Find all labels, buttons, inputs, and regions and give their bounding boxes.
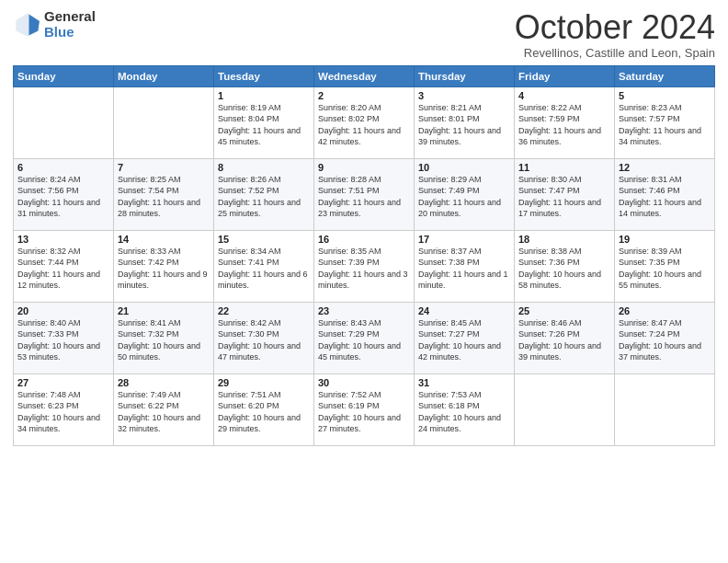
day-number: 22	[218, 305, 310, 316]
table-row: 28Sunrise: 7:49 AMSunset: 6:22 PMDayligh…	[114, 373, 214, 445]
table-row: 29Sunrise: 7:51 AMSunset: 6:20 PMDayligh…	[214, 373, 314, 445]
logo-blue: Blue	[44, 25, 96, 40]
day-info: Sunrise: 8:39 AMSunset: 7:35 PMDaylight:…	[619, 247, 701, 291]
table-row: 2Sunrise: 8:20 AMSunset: 8:02 PMDaylight…	[314, 86, 415, 158]
day-info: Sunrise: 8:20 AMSunset: 8:02 PMDaylight:…	[318, 103, 401, 147]
day-info: Sunrise: 8:40 AMSunset: 7:33 PMDaylight:…	[17, 318, 100, 362]
table-row: 23Sunrise: 8:43 AMSunset: 7:29 PMDayligh…	[314, 302, 415, 373]
day-number: 28	[118, 377, 210, 388]
day-info: Sunrise: 7:51 AMSunset: 6:20 PMDaylight:…	[218, 390, 301, 434]
day-info: Sunrise: 8:35 AMSunset: 7:39 PMDaylight:…	[318, 247, 408, 291]
day-number: 18	[518, 234, 610, 245]
day-info: Sunrise: 8:34 AMSunset: 7:41 PMDaylight:…	[218, 247, 308, 291]
day-number: 13	[17, 234, 109, 245]
header: General Blue October 2024 Revellinos, Ca…	[13, 9, 715, 60]
day-info: Sunrise: 8:28 AMSunset: 7:51 PMDaylight:…	[318, 175, 401, 219]
day-info: Sunrise: 8:43 AMSunset: 7:29 PMDaylight:…	[318, 318, 401, 362]
day-number: 3	[418, 90, 510, 101]
day-number: 1	[218, 90, 310, 101]
day-info: Sunrise: 8:23 AMSunset: 7:57 PMDaylight:…	[619, 103, 701, 147]
day-number: 9	[318, 162, 410, 173]
day-info: Sunrise: 8:21 AMSunset: 8:01 PMDaylight:…	[418, 103, 501, 147]
day-info: Sunrise: 8:33 AMSunset: 7:42 PMDaylight:…	[118, 247, 208, 291]
day-info: Sunrise: 7:48 AMSunset: 6:23 PMDaylight:…	[17, 390, 100, 434]
day-info: Sunrise: 8:41 AMSunset: 7:32 PMDaylight:…	[118, 318, 200, 362]
table-row: 20Sunrise: 8:40 AMSunset: 7:33 PMDayligh…	[14, 302, 114, 373]
day-number: 20	[17, 305, 109, 316]
day-info: Sunrise: 8:19 AMSunset: 8:04 PMDaylight:…	[218, 103, 301, 147]
day-number: 27	[17, 377, 109, 388]
table-row	[615, 373, 715, 445]
day-info: Sunrise: 8:24 AMSunset: 7:56 PMDaylight:…	[17, 175, 100, 219]
day-number: 5	[619, 90, 711, 101]
week-row-4: 27Sunrise: 7:48 AMSunset: 6:23 PMDayligh…	[14, 373, 715, 445]
table-row: 13Sunrise: 8:32 AMSunset: 7:44 PMDayligh…	[14, 230, 114, 302]
header-monday: Monday	[114, 65, 214, 86]
day-number: 12	[619, 162, 711, 173]
day-info: Sunrise: 8:46 AMSunset: 7:26 PMDaylight:…	[518, 318, 601, 362]
day-info: Sunrise: 8:47 AMSunset: 7:24 PMDaylight:…	[619, 318, 701, 362]
day-number: 21	[118, 305, 210, 316]
logo-icon	[13, 10, 42, 40]
table-row: 8Sunrise: 8:26 AMSunset: 7:52 PMDaylight…	[214, 158, 314, 230]
table-row: 30Sunrise: 7:52 AMSunset: 6:19 PMDayligh…	[314, 373, 415, 445]
table-row: 31Sunrise: 7:53 AMSunset: 6:18 PMDayligh…	[415, 373, 515, 445]
day-info: Sunrise: 7:53 AMSunset: 6:18 PMDaylight:…	[418, 390, 501, 434]
day-number: 19	[619, 234, 711, 245]
day-info: Sunrise: 8:32 AMSunset: 7:44 PMDaylight:…	[17, 247, 100, 291]
week-row-2: 13Sunrise: 8:32 AMSunset: 7:44 PMDayligh…	[14, 230, 715, 302]
day-number: 23	[318, 305, 410, 316]
table-row	[14, 86, 114, 158]
table-row	[515, 373, 615, 445]
table-row: 3Sunrise: 8:21 AMSunset: 8:01 PMDaylight…	[415, 86, 515, 158]
table-row: 9Sunrise: 8:28 AMSunset: 7:51 PMDaylight…	[314, 158, 415, 230]
table-row: 26Sunrise: 8:47 AMSunset: 7:24 PMDayligh…	[615, 302, 715, 373]
day-info: Sunrise: 7:52 AMSunset: 6:19 PMDaylight:…	[318, 390, 401, 434]
table-row: 11Sunrise: 8:30 AMSunset: 7:47 PMDayligh…	[515, 158, 615, 230]
table-row: 15Sunrise: 8:34 AMSunset: 7:41 PMDayligh…	[214, 230, 314, 302]
header-thursday: Thursday	[415, 65, 515, 86]
day-info: Sunrise: 8:31 AMSunset: 7:46 PMDaylight:…	[619, 175, 701, 219]
day-number: 15	[218, 234, 310, 245]
day-number: 30	[318, 377, 410, 388]
table-row: 4Sunrise: 8:22 AMSunset: 7:59 PMDaylight…	[515, 86, 615, 158]
day-info: Sunrise: 8:22 AMSunset: 7:59 PMDaylight:…	[518, 103, 601, 147]
table-row	[114, 86, 214, 158]
table-row: 24Sunrise: 8:45 AMSunset: 7:27 PMDayligh…	[415, 302, 515, 373]
table-row: 25Sunrise: 8:46 AMSunset: 7:26 PMDayligh…	[515, 302, 615, 373]
header-sunday: Sunday	[14, 65, 114, 86]
day-number: 25	[518, 305, 610, 316]
day-info: Sunrise: 8:42 AMSunset: 7:30 PMDaylight:…	[218, 318, 301, 362]
logo: General Blue	[13, 9, 96, 40]
table-row: 19Sunrise: 8:39 AMSunset: 7:35 PMDayligh…	[615, 230, 715, 302]
day-number: 17	[418, 234, 510, 245]
day-number: 8	[218, 162, 310, 173]
day-number: 6	[17, 162, 109, 173]
day-info: Sunrise: 8:25 AMSunset: 7:54 PMDaylight:…	[118, 175, 200, 219]
header-tuesday: Tuesday	[214, 65, 314, 86]
day-info: Sunrise: 8:29 AMSunset: 7:49 PMDaylight:…	[418, 175, 501, 219]
table-row: 27Sunrise: 7:48 AMSunset: 6:23 PMDayligh…	[14, 373, 114, 445]
week-row-0: 1Sunrise: 8:19 AMSunset: 8:04 PMDaylight…	[14, 86, 715, 158]
day-headers-row: Sunday Monday Tuesday Wednesday Thursday…	[14, 65, 715, 86]
day-info: Sunrise: 8:37 AMSunset: 7:38 PMDaylight:…	[418, 247, 508, 291]
day-number: 24	[418, 305, 510, 316]
day-number: 29	[218, 377, 310, 388]
week-row-1: 6Sunrise: 8:24 AMSunset: 7:56 PMDaylight…	[14, 158, 715, 230]
table-row: 1Sunrise: 8:19 AMSunset: 8:04 PMDaylight…	[214, 86, 314, 158]
table-row: 5Sunrise: 8:23 AMSunset: 7:57 PMDaylight…	[615, 86, 715, 158]
table-row: 12Sunrise: 8:31 AMSunset: 7:46 PMDayligh…	[615, 158, 715, 230]
table-row: 17Sunrise: 8:37 AMSunset: 7:38 PMDayligh…	[415, 230, 515, 302]
header-wednesday: Wednesday	[314, 65, 415, 86]
title-block: October 2024 Revellinos, Castille and Le…	[515, 9, 715, 60]
table-row: 6Sunrise: 8:24 AMSunset: 7:56 PMDaylight…	[14, 158, 114, 230]
day-number: 11	[518, 162, 610, 173]
logo-text: General Blue	[44, 9, 96, 40]
location-subtitle: Revellinos, Castille and Leon, Spain	[515, 46, 715, 60]
table-row: 18Sunrise: 8:38 AMSunset: 7:36 PMDayligh…	[515, 230, 615, 302]
day-number: 2	[318, 90, 410, 101]
day-number: 31	[418, 377, 510, 388]
table-row: 10Sunrise: 8:29 AMSunset: 7:49 PMDayligh…	[415, 158, 515, 230]
day-info: Sunrise: 8:26 AMSunset: 7:52 PMDaylight:…	[218, 175, 301, 219]
table-row: 14Sunrise: 8:33 AMSunset: 7:42 PMDayligh…	[114, 230, 214, 302]
